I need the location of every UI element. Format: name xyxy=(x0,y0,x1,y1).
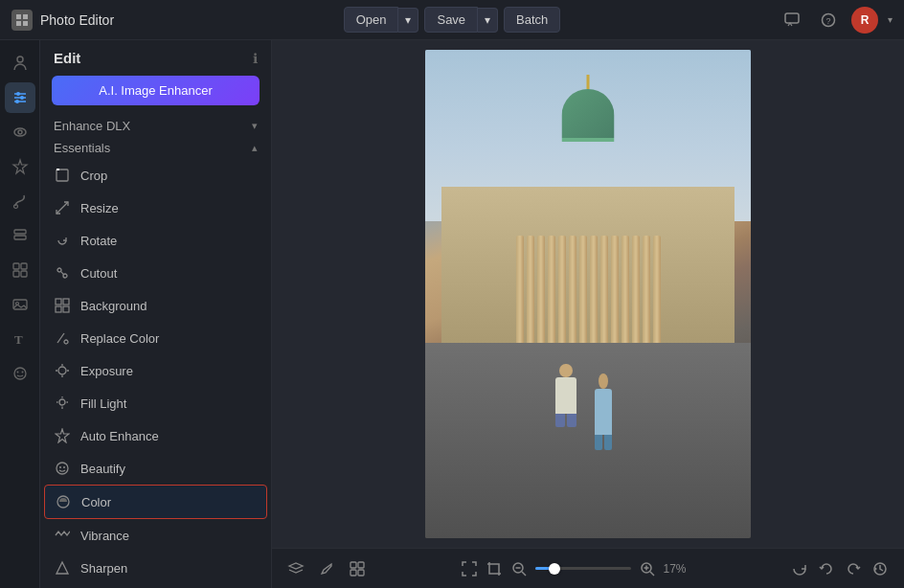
main-body: T Edit ℹ A.I. Image Enhancer Enhance DLX… xyxy=(0,40,904,588)
avatar[interactable]: R xyxy=(851,7,878,34)
menu-item-vibrance[interactable]: Vibrance xyxy=(40,519,271,552)
enhance-section-header[interactable]: Enhance DLX ▾ xyxy=(40,115,271,137)
svg-point-33 xyxy=(57,268,61,272)
sidebar-brush-icon[interactable] xyxy=(5,186,35,216)
cutout-icon xyxy=(54,264,71,282)
undo-icon[interactable] xyxy=(818,560,835,577)
layers-bottom-icon[interactable] xyxy=(287,560,305,577)
svg-rect-4 xyxy=(785,13,799,23)
dome xyxy=(562,89,615,142)
essentials-section-header[interactable]: Essentials ▴ xyxy=(40,137,271,159)
open-btn-group: Open ▾ xyxy=(344,7,419,33)
photo-overlay xyxy=(425,50,751,538)
menu-item-cutout[interactable]: Cutout xyxy=(40,257,271,289)
menu-item-exposure[interactable]: Exposure xyxy=(40,354,271,387)
svg-rect-37 xyxy=(63,299,69,305)
svg-rect-19 xyxy=(14,236,26,239)
menu-item-beautify-label: Beautify xyxy=(80,462,125,476)
sidebar-eye-icon[interactable] xyxy=(5,117,35,147)
refresh-icon[interactable] xyxy=(791,560,808,577)
menu-item-clarity[interactable]: Clarity xyxy=(40,584,271,588)
svg-line-69 xyxy=(522,572,526,576)
menu-item-color[interactable]: Color xyxy=(44,485,267,519)
sidebar-adjust-icon[interactable] xyxy=(5,82,35,113)
menu-item-beautify[interactable]: Beautify xyxy=(40,452,271,485)
svg-rect-3 xyxy=(23,21,28,26)
enhance-section-label: Enhance DLX xyxy=(54,119,130,133)
sidebar-photo-icon[interactable] xyxy=(5,289,35,320)
batch-button[interactable]: Batch xyxy=(504,7,560,33)
history-icon[interactable] xyxy=(871,560,889,577)
zoom-slider[interactable] xyxy=(535,567,631,570)
svg-rect-64 xyxy=(358,562,364,568)
topbar-center: Open ▾ Save ▾ Batch xyxy=(344,7,561,33)
bottom-right xyxy=(791,560,889,577)
svg-rect-63 xyxy=(350,562,356,568)
svg-rect-39 xyxy=(63,306,69,312)
menu-item-replace-color[interactable]: Replace Color xyxy=(40,322,271,354)
sidebar-layers-icon[interactable] xyxy=(5,220,35,251)
sidebar-text-icon[interactable]: T xyxy=(5,324,35,354)
help-icon-button[interactable]: ? xyxy=(815,7,842,34)
topbar-right: ? R ▾ xyxy=(560,7,893,34)
menu-item-color-label: Color xyxy=(81,495,111,509)
svg-point-15 xyxy=(18,130,22,134)
svg-rect-18 xyxy=(14,230,26,234)
exposure-icon xyxy=(54,362,71,379)
sidebar-person-icon[interactable] xyxy=(5,48,35,79)
svg-rect-23 xyxy=(21,271,27,277)
zoom-out-button[interactable] xyxy=(510,560,528,577)
sidebar-grid-icon[interactable] xyxy=(5,255,35,285)
open-button[interactable]: Open xyxy=(344,7,399,33)
pen-bottom-icon[interactable] xyxy=(318,560,335,577)
ai-image-enhancer-button[interactable]: A.I. Image Enhancer xyxy=(52,76,260,105)
save-btn-group: Save ▾ xyxy=(424,7,498,33)
svg-marker-56 xyxy=(56,562,68,574)
menu-item-cutout-label: Cutout xyxy=(80,266,117,281)
menu-item-resize[interactable]: Resize xyxy=(40,192,271,224)
sidebar-magic-icon[interactable] xyxy=(5,151,35,182)
menu-item-crop[interactable]: Crop xyxy=(40,159,271,192)
menu-item-auto-enhance[interactable]: Auto Enhance xyxy=(40,419,271,452)
dome-tip xyxy=(587,75,590,89)
topbar: Photo Editor Open ▾ Save ▾ Batch ? R ▾ xyxy=(0,0,904,40)
svg-line-73 xyxy=(650,572,654,576)
left-panel: Edit ℹ A.I. Image Enhancer Enhance DLX ▾… xyxy=(40,40,272,588)
open-dropdown[interactable]: ▾ xyxy=(398,8,418,33)
save-button[interactable]: Save xyxy=(424,7,478,33)
panel-header: Edit ℹ xyxy=(40,40,271,72)
avatar-dropdown-icon[interactable]: ▾ xyxy=(888,14,893,25)
menu-item-sharpen[interactable]: Sharpen xyxy=(40,552,271,584)
menu-item-rotate-label: Rotate xyxy=(80,234,117,248)
svg-point-14 xyxy=(14,128,26,136)
svg-rect-1 xyxy=(23,14,28,19)
menu-item-rotate[interactable]: Rotate xyxy=(40,224,271,257)
grid-bottom-icon[interactable] xyxy=(349,560,366,577)
canvas-area: 17% xyxy=(272,40,904,588)
redo-icon[interactable] xyxy=(845,560,862,577)
menu-item-background[interactable]: Background xyxy=(40,289,271,322)
replace-color-icon xyxy=(54,329,71,347)
svg-point-11 xyxy=(16,92,20,96)
svg-point-46 xyxy=(59,399,65,405)
svg-line-35 xyxy=(60,271,63,274)
svg-point-29 xyxy=(21,372,23,373)
resize-icon xyxy=(54,199,71,216)
fit-icon[interactable] xyxy=(461,560,478,577)
crop-icon[interactable] xyxy=(486,560,503,577)
svg-rect-66 xyxy=(358,570,364,576)
menu-item-fill-light[interactable]: Fill Light xyxy=(40,387,271,419)
info-icon[interactable]: ℹ xyxy=(253,51,258,66)
enhance-chevron-icon: ▾ xyxy=(252,120,258,132)
chat-icon-button[interactable] xyxy=(779,7,805,34)
svg-marker-51 xyxy=(56,429,69,442)
zoom-in-button[interactable] xyxy=(639,560,656,577)
rotate-icon xyxy=(54,232,71,249)
save-dropdown[interactable]: ▾ xyxy=(478,8,498,33)
sidebar-sticker-icon[interactable] xyxy=(5,358,35,389)
auto-enhance-icon xyxy=(54,427,71,444)
color-icon xyxy=(55,493,72,510)
zoom-slider-thumb[interactable] xyxy=(549,563,560,575)
svg-point-34 xyxy=(63,274,67,278)
background-icon xyxy=(54,297,71,314)
